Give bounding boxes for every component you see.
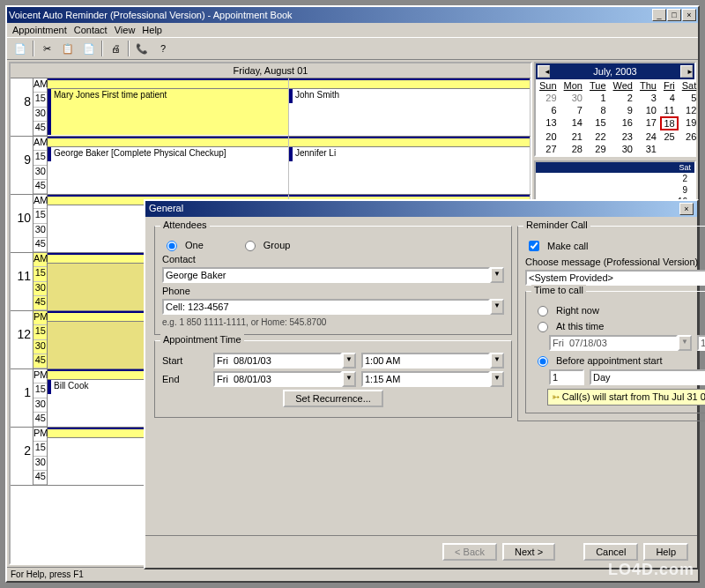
cal-day[interactable]: 29	[536, 92, 560, 104]
before-radio[interactable]	[538, 356, 548, 367]
minute-col: AM153045	[33, 195, 48, 252]
cal-day[interactable]: 28	[560, 143, 586, 155]
close-button[interactable]: ×	[682, 9, 696, 21]
list-item[interactable]: 9	[536, 184, 694, 196]
cal-day[interactable]: 6	[536, 104, 560, 116]
toolbar-cut-icon[interactable]: ✂	[37, 40, 56, 57]
menu-appointment[interactable]: Appointment	[12, 25, 67, 35]
cal-day[interactable]: 12	[679, 104, 698, 116]
cal-day[interactable]: 17	[636, 116, 660, 130]
cal-day[interactable]: 23	[610, 130, 636, 143]
cal-day[interactable]: 30	[560, 92, 586, 104]
cal-prev-button[interactable]: ◄	[538, 65, 550, 78]
phone-dropdown-icon[interactable]: ▼	[490, 299, 504, 315]
set-recurrence-button[interactable]: Set Recurrence...	[283, 390, 383, 407]
cal-day[interactable]: 20	[536, 130, 560, 143]
side-list-1-hdr: Sat	[536, 162, 694, 173]
cal-day[interactable]: 29	[586, 143, 610, 155]
cal-day[interactable]: 22	[586, 130, 610, 143]
cal-weekday: Tue	[586, 79, 610, 92]
end-date-dropdown-icon[interactable]: ▼	[342, 371, 356, 387]
cal-day[interactable]: 15	[586, 116, 610, 130]
phone-field[interactable]	[162, 299, 490, 315]
cal-next-button[interactable]: ►	[680, 65, 693, 78]
ampm-band	[289, 137, 530, 147]
end-time-dropdown-icon[interactable]: ▼	[490, 371, 504, 387]
cal-day[interactable]: 13	[536, 116, 560, 130]
minimize-button[interactable]: _	[652, 9, 666, 21]
reminder-legend: Reminder Call	[523, 220, 590, 230]
rightnow-radio[interactable]	[538, 306, 548, 316]
cal-day[interactable]: 14	[560, 116, 586, 130]
cal-day[interactable]: 7	[560, 104, 586, 116]
make-call-checkbox[interactable]	[529, 241, 539, 251]
cal-day[interactable]: 24	[636, 130, 660, 143]
cal-day[interactable]: 25	[660, 130, 679, 143]
cal-weekday: Sun	[536, 79, 560, 92]
toolbar-print-icon[interactable]: 🖨	[106, 40, 125, 57]
start-time-dropdown-icon[interactable]: ▼	[490, 353, 504, 368]
cal-day[interactable]: 27	[536, 143, 560, 155]
cal-day[interactable]: 31	[636, 143, 660, 155]
help-button[interactable]: Help	[643, 543, 688, 561]
back-button[interactable]: < Back	[442, 543, 497, 561]
cal-day[interactable]: 2	[610, 92, 636, 104]
cal-day[interactable]: 16	[610, 116, 636, 130]
start-date-field[interactable]	[213, 353, 342, 368]
cal-day[interactable]: 8	[586, 104, 610, 116]
cal-day[interactable]: 3	[636, 92, 660, 104]
menu-help[interactable]: Help	[142, 25, 162, 35]
contact-dropdown-icon[interactable]: ▼	[490, 267, 504, 283]
cal-day[interactable]	[660, 143, 679, 155]
menu-view[interactable]: View	[115, 25, 136, 35]
toolbar-help-icon[interactable]: ?	[153, 40, 173, 57]
list-item[interactable]: 2	[536, 173, 694, 184]
cal-day[interactable]: 18	[660, 116, 679, 130]
hour-label: 9	[11, 137, 33, 194]
time-to-call-group: Time to call Right now At this time ▼ ▲▼…	[525, 291, 705, 413]
menu-contact[interactable]: Contact	[74, 25, 108, 35]
end-label: End	[162, 374, 208, 384]
cal-day[interactable]: 5	[679, 92, 698, 104]
cal-day[interactable]: 19	[679, 116, 698, 130]
phone-hint: e.g. 1 850 1111-1111, or Home: 545.8700	[162, 317, 504, 327]
dialog-close-button[interactable]: ×	[679, 203, 694, 215]
appointment[interactable]: George Baker [Complete Physical Checkup]	[48, 147, 288, 161]
start-date-dropdown-icon[interactable]: ▼	[342, 353, 356, 368]
cal-day[interactable]: 1	[586, 92, 610, 104]
appointment[interactable]: Jennifer Li	[289, 147, 530, 161]
attendee-group-label: Group	[263, 240, 291, 250]
attendee-one-radio[interactable]	[167, 241, 177, 251]
cal-day[interactable]	[679, 143, 698, 155]
cal-grid[interactable]: SunMonTueWedThuFriSat2930123456789101112…	[536, 79, 694, 155]
appointment[interactable]: John Smith	[289, 89, 530, 103]
before-unit-field[interactable]	[590, 369, 705, 385]
toolbar-call-icon[interactable]: 📞	[132, 40, 152, 57]
attendees-group: Attendees One Group Contact ▼ Phone ▼ e.…	[154, 226, 512, 335]
attendee-group-radio[interactable]	[245, 241, 256, 251]
maximize-button[interactable]: □	[667, 9, 681, 21]
start-time-field[interactable]	[361, 353, 490, 368]
atthistime-radio[interactable]	[538, 322, 548, 332]
cal-day[interactable]: 4	[660, 92, 679, 104]
toolbar-paste-icon[interactable]: 📄	[79, 40, 99, 57]
before-n-field[interactable]	[549, 369, 584, 385]
cal-day[interactable]: 26	[679, 130, 698, 143]
cal-weekday: Fri	[660, 79, 679, 92]
cancel-button[interactable]: Cancel	[583, 543, 638, 561]
next-button[interactable]: Next >	[502, 543, 555, 561]
choose-msg-field[interactable]	[525, 270, 705, 286]
end-date-field[interactable]	[213, 371, 342, 387]
cal-day[interactable]: 21	[560, 130, 586, 143]
appointment[interactable]: Mary Jones First time patient	[48, 89, 288, 135]
cal-day[interactable]: 9	[610, 104, 636, 116]
cal-day[interactable]: 11	[660, 104, 679, 116]
minute-col: PM153045	[33, 311, 48, 368]
toolbar-copy-icon[interactable]: 📋	[58, 40, 78, 57]
toolbar-new-icon[interactable]: 📄	[11, 40, 30, 57]
cal-day[interactable]: 10	[636, 104, 660, 116]
before-label: Before appointment start	[556, 355, 662, 366]
end-time-field[interactable]	[361, 371, 490, 387]
contact-field[interactable]	[162, 267, 490, 283]
cal-day[interactable]: 30	[610, 143, 636, 155]
